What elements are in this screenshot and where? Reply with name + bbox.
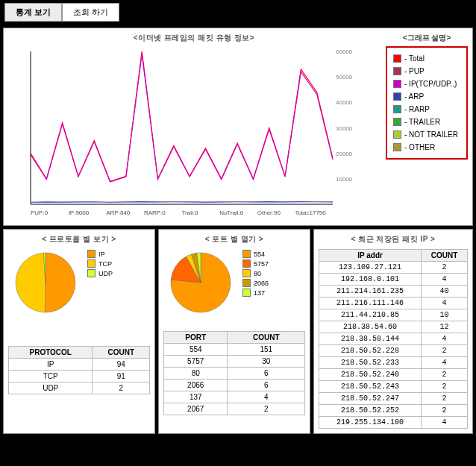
table-cell: 4 [422,333,468,345]
table-cell: 40 [422,286,468,297]
table-cell: 218.50.52.228 [319,345,422,357]
table-header: COUNT [93,347,150,359]
legend-label: 137 [254,289,265,297]
legend-item: - OTHER [392,141,462,154]
legend-item: - ARP [392,90,462,103]
table-row: 218.50.52.2334 [319,357,468,369]
table-cell: 218.50.52.252 [319,405,422,417]
table-row: 219.255.134.1004 [319,417,468,429]
table-cell: TCP [9,371,93,382]
legend-swatch [393,105,401,113]
tab-bar: 통계 보기 조회 하기 [0,0,476,25]
legend-label: TCP [98,260,112,268]
legend-item: TCP [86,259,114,268]
table-cell: 2067 [164,403,228,415]
table-cell: 137 [164,391,228,403]
table-header: COUNT [422,250,468,262]
table-cell: 218.50.52.233 [319,357,422,369]
table-row: 218.50.52.2432 [319,381,468,393]
legend-label: - NOT TRAILER [404,130,458,139]
table-cell: 91 [93,371,150,382]
table-header: PORT [164,332,228,344]
table-cell: 218.50.52.247 [319,393,422,405]
table-header: COUNT [228,332,305,344]
table-cell: 2 [422,345,468,357]
svg-text:Total:17790: Total:17790 [295,210,326,216]
legend-swatch [393,80,401,88]
legend-label: - ARP [404,92,424,101]
table-cell: 211.214.161.235 [319,286,422,297]
port-pie-legend: 5545757802066137 [241,249,270,297]
table-cell: 4 [422,297,468,309]
legend-item: - Total [392,52,462,65]
legend-item: - TRAILER [392,116,462,128]
table-row: 218.50.52.2472 [319,393,468,405]
legend-label: - OTHER [404,143,435,151]
legend-swatch [87,250,95,258]
legend-swatch [87,259,95,268]
table-row: 20666 [164,380,305,391]
legend-item: 2066 [241,278,270,288]
table-row: 218.50.52.2282 [319,345,468,357]
legend-swatch [87,269,95,277]
legend-item: 80 [241,268,270,278]
svg-text:50000: 50000 [336,74,353,81]
table-row: 218.38.58.1444 [319,333,468,345]
legend-title: <그래프 설명> [386,33,468,43]
table-row: 1374 [164,391,305,403]
port-card-title: < 포트 별 열기 > [163,234,305,245]
table-row: 218.50.52.2522 [319,405,468,417]
legend-label: 80 [254,270,261,277]
svg-text:Trail:0: Trail:0 [182,210,198,216]
table-cell: 2066 [164,380,228,391]
legend-swatch [242,279,251,287]
legend-swatch [393,92,401,101]
table-cell: 2 [422,262,468,274]
svg-text:30000: 30000 [336,125,353,132]
port-pie-chart [163,249,238,316]
table-cell: 2 [422,369,468,381]
protocol-table: PROTOCOLCOUNTIP94TCP91UDP2 [8,346,150,394]
table-cell: 80 [164,368,228,380]
table-cell: 211.216.111.146 [319,297,422,309]
svg-text:10000: 10000 [336,176,353,183]
legend-swatch [393,54,401,63]
table-header: IP addr [319,250,422,262]
table-row: 211.214.161.23540 [319,286,468,297]
table-cell: 218.50.52.240 [319,369,422,381]
legend-label: 2066 [254,280,269,287]
line-chart: 100002000030000400005000060000PUP:0IP:90… [8,48,359,219]
legend-item: 137 [241,288,270,297]
table-cell: 6 [228,380,305,391]
legend-swatch [242,289,251,297]
table-cell: 218.50.52.243 [319,381,422,393]
svg-text:60000: 60000 [336,48,353,55]
table-row: UDP2 [9,382,150,394]
table-cell: UDP [9,382,93,394]
svg-text:PUP:0: PUP:0 [31,210,48,216]
legend-item: - IP(TCP/UDP..) [392,78,462,90]
table-row: 218.50.52.2402 [319,369,468,381]
table-row: 192.168.0.1014 [319,274,468,286]
table-cell: 218.38.54.60 [319,321,422,333]
table-cell: 2 [228,403,305,415]
table-cell: 2 [422,381,468,393]
legend-swatch [242,250,251,258]
table-row: 211.44.210.8510 [319,309,468,321]
table-cell: 192.168.0.101 [319,274,422,286]
table-cell: 94 [93,359,150,371]
table-row: IP94 [9,359,150,371]
protocol-pie-legend: IPTCPUDP [86,249,114,278]
table-cell: 123.109.27.121 [319,262,422,274]
legend-item: - PUP [392,65,462,78]
legend-label: UDP [98,270,113,277]
table-cell: 554 [164,344,228,356]
tab-stats[interactable]: 통계 보기 [4,3,62,22]
tab-query[interactable]: 조회 하기 [62,3,119,22]
svg-text:20000: 20000 [336,151,353,157]
table-cell: 4 [422,274,468,286]
svg-text:NoTrail:0: NoTrail:0 [219,210,244,216]
legend-label: 5757 [254,260,269,268]
legend-swatch [393,118,401,126]
table-cell: 10 [422,309,468,321]
